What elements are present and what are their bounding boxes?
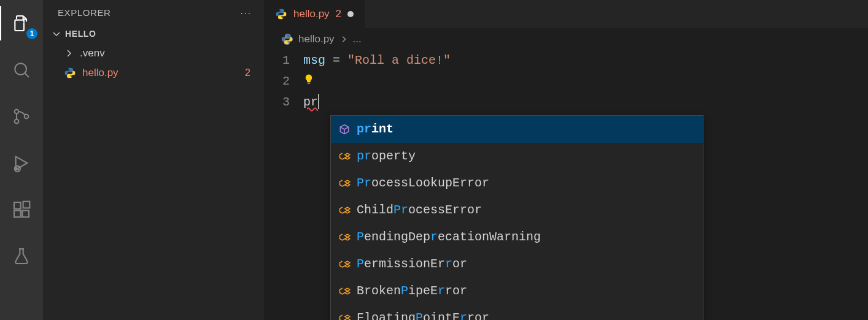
suggest-item[interactable]: FloatingPointError [331,305,703,320]
svg-rect-6 [14,202,21,209]
svg-rect-7 [14,210,21,217]
suggest-item[interactable]: PendingDeprecationWarning [331,224,703,251]
svg-rect-9 [23,202,30,208]
svg-point-3 [15,120,19,124]
cursor [318,94,319,109]
sidebar-title: EXPLORER [58,7,111,18]
tree-item-label: hello.py [82,67,239,79]
svg-line-1 [25,73,29,77]
line-number: 2 [264,71,290,92]
python-icon [281,33,293,45]
chevron-right-icon [64,48,74,58]
tab-hello-py[interactable]: hello.py 2 [264,0,365,28]
activity-source-control[interactable] [7,102,36,131]
tab-dirty-indicator [347,11,354,17]
explorer-badge: 1 [26,28,37,39]
svg-point-2 [15,110,19,114]
activity-testing[interactable] [7,242,36,271]
suggest-item[interactable]: ProcessLookupError [331,170,703,197]
chevron-down-icon [52,29,61,39]
sidebar-more-button[interactable]: ··· [240,7,252,18]
tree-item-folder[interactable]: .venv [43,44,264,63]
sidebar: EXPLORER ··· HELLO .venv hello.py 2 [43,0,264,320]
tree-item-error-count: 2 [245,67,253,78]
activity-extensions[interactable] [7,195,36,224]
folder-title[interactable]: HELLO [43,24,264,44]
editor-group: hello.py 2 hello.py ... 1 2 3 msg = "Rol… [264,0,868,320]
breadcrumb[interactable]: hello.py ... [264,28,868,48]
activity-explorer[interactable]: 1 [7,9,36,38]
folder-name: HELLO [65,29,96,39]
breadcrumb-file: hello.py [298,33,335,45]
svg-point-0 [15,63,26,75]
code-line[interactable] [303,71,868,92]
python-icon [64,67,76,79]
suggest-widget[interactable]: printpropertyProcessLookupErrorChildProc… [330,115,703,320]
code-line[interactable]: msg = "Roll a dice!" [303,50,868,71]
code-line[interactable]: pr [303,92,868,113]
gutter: 1 2 3 [264,50,303,320]
suggest-item[interactable]: property [331,143,703,170]
suggest-item[interactable]: ChildProcessError [331,197,703,224]
code-text: pr [303,95,318,109]
suggest-item[interactable]: BrokenPipeError [331,278,703,305]
breadcrumb-rest: ... [353,33,362,45]
editor[interactable]: 1 2 3 msg = "Roll a dice!" pr printprope… [264,48,868,320]
tabs: hello.py 2 [264,0,868,28]
svg-point-4 [25,115,29,119]
tree-item-label: .venv [80,47,253,59]
activity-run-debug[interactable] [7,148,36,178]
tab-error-count: 2 [336,8,341,20]
activity-bar: 1 [0,0,43,320]
line-number: 3 [264,92,290,113]
line-number: 1 [264,50,290,71]
sidebar-header: EXPLORER ··· [43,0,264,24]
python-icon [275,8,287,20]
suggest-item[interactable]: PermissionError [331,251,703,278]
tab-file-name: hello.py [293,8,330,20]
svg-rect-10 [308,83,311,84]
svg-rect-8 [22,210,29,217]
lightbulb-icon[interactable] [303,71,316,92]
tree-item-file[interactable]: hello.py 2 [43,63,264,83]
suggest-item[interactable]: print [331,116,703,143]
chevron-right-icon [339,35,348,44]
code[interactable]: msg = "Roll a dice!" pr printpropertyPro… [303,50,868,320]
activity-search[interactable] [7,55,36,85]
